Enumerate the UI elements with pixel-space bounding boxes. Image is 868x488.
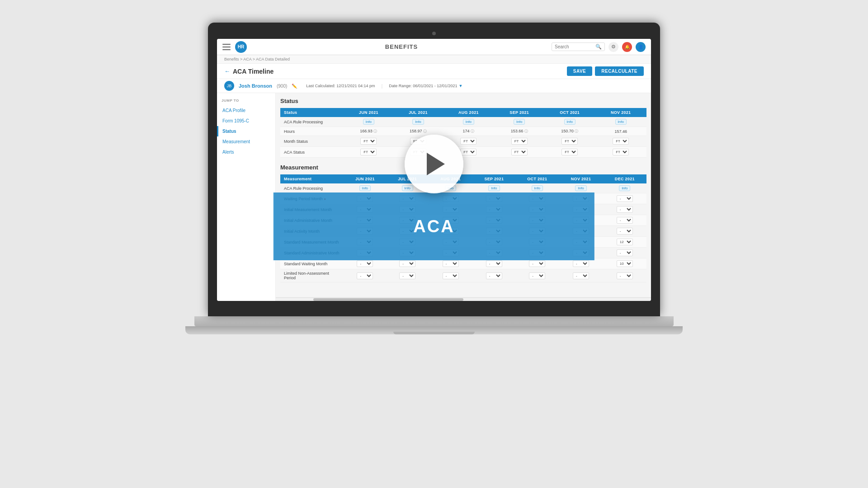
std-meas-select[interactable]: - (399, 239, 415, 245)
edit-user-icon[interactable]: ✏️ (292, 84, 297, 89)
hamburger-menu[interactable] (222, 44, 231, 50)
std-admin-select[interactable]: - (529, 249, 545, 256)
settings-icon[interactable]: ⚙ (609, 42, 618, 52)
init-meas-select[interactable]: - (443, 206, 459, 213)
lna-select[interactable]: - (486, 272, 502, 279)
sidebar-item-status[interactable]: Status (217, 126, 275, 136)
std-waiting-select[interactable]: - (486, 260, 502, 267)
lna-select[interactable]: - (617, 272, 633, 279)
horizontal-scrollbar[interactable] (276, 297, 651, 301)
init-meas-select[interactable]: - (486, 206, 502, 213)
waiting-period-select[interactable]: - (573, 195, 589, 202)
std-meas-select[interactable]: - (443, 239, 459, 245)
info-badge[interactable]: Info (615, 119, 627, 125)
info-badge[interactable]: Info (575, 185, 586, 191)
info-badge[interactable]: Info (619, 185, 630, 191)
init-activity-select[interactable]: - (617, 228, 633, 235)
std-meas-select[interactable]: - (486, 239, 502, 245)
std-admin-select[interactable]: - (399, 249, 415, 256)
save-button[interactable]: SAVE (567, 66, 593, 76)
month-status-select[interactable]: FT (460, 138, 476, 145)
std-admin-select[interactable]: - (443, 249, 459, 256)
search-icon[interactable]: 🔍 (595, 44, 602, 50)
content-area[interactable]: Status Status JUN 2021 JUL 2021 AUG 2021… (276, 93, 651, 301)
scrollbar-thumb[interactable] (313, 298, 463, 301)
sidebar-item-form-1095c[interactable]: Form 1095-C (217, 116, 275, 126)
info-badge[interactable]: Info (412, 119, 424, 125)
aca-status-select[interactable]: FT (460, 149, 476, 155)
waiting-period-select[interactable]: - (617, 195, 633, 202)
std-meas-select[interactable]: 12 (617, 239, 633, 245)
lna-select[interactable]: - (443, 272, 459, 279)
std-waiting-select[interactable]: - (443, 260, 459, 267)
init-activity-select[interactable]: - (357, 228, 373, 235)
init-activity-select[interactable]: - (529, 228, 545, 235)
init-admin-select[interactable]: - (486, 217, 502, 224)
info-badge[interactable]: Info (359, 185, 371, 191)
init-activity-select[interactable]: - (443, 228, 459, 235)
lna-select[interactable]: - (357, 272, 373, 279)
lna-select[interactable]: - (529, 272, 545, 279)
search-input[interactable] (555, 44, 595, 49)
init-activity-select[interactable]: - (573, 228, 589, 235)
init-activity-select[interactable]: - (399, 228, 415, 235)
sidebar-item-aca-profile[interactable]: ACA Profile (217, 105, 275, 116)
waiting-period-select[interactable]: - (399, 195, 415, 202)
info-badge[interactable]: Info (402, 185, 413, 191)
info-circle-icon[interactable]: ⓘ (471, 129, 474, 133)
sidebar-item-alerts[interactable]: Alerts (217, 147, 275, 157)
recalculate-button[interactable]: RECALCULATE (595, 66, 644, 76)
init-meas-select[interactable]: - (573, 206, 589, 213)
info-badge[interactable]: Info (363, 119, 374, 125)
std-meas-select[interactable]: - (357, 239, 373, 245)
info-circle-icon[interactable]: ⓘ (575, 129, 578, 133)
aca-status-select[interactable]: FT (360, 149, 377, 155)
std-waiting-select[interactable]: - (573, 260, 589, 267)
std-meas-select[interactable]: - (529, 239, 545, 245)
init-admin-select[interactable]: - (617, 217, 633, 224)
std-waiting-select[interactable]: 10 (617, 260, 633, 267)
back-arrow-icon[interactable]: ← (224, 68, 230, 75)
init-admin-select[interactable]: - (573, 217, 589, 224)
waiting-period-select[interactable]: - (357, 195, 373, 202)
std-admin-select[interactable]: - (617, 249, 633, 256)
std-admin-select[interactable]: - (486, 249, 502, 256)
std-waiting-select[interactable]: - (357, 260, 373, 267)
init-admin-select[interactable]: - (529, 217, 545, 224)
month-status-select[interactable]: FT (511, 138, 528, 145)
init-meas-select[interactable]: - (357, 206, 373, 213)
waiting-period-select[interactable]: - (486, 195, 502, 202)
info-badge[interactable]: Info (564, 119, 576, 125)
info-badge[interactable]: Info (488, 185, 500, 191)
lna-select[interactable]: - (399, 272, 415, 279)
info-badge[interactable]: Info (532, 185, 543, 191)
waiting-period-select[interactable]: - (529, 195, 545, 202)
user-profile-icon[interactable]: 👤 (636, 42, 646, 52)
sidebar-item-measurement[interactable]: Measurement (217, 136, 275, 147)
init-activity-select[interactable]: - (486, 228, 502, 235)
date-range-dropdown-icon[interactable]: ▼ (458, 84, 462, 88)
notifications-icon[interactable]: 🔔 (622, 42, 632, 52)
info-circle-icon[interactable]: ⓘ (373, 129, 377, 133)
month-status-select[interactable]: FT (613, 138, 629, 145)
std-admin-select[interactable]: - (573, 249, 589, 256)
init-meas-select[interactable]: - (399, 206, 415, 213)
aca-status-select[interactable]: FT (511, 149, 528, 155)
init-meas-select[interactable]: - (617, 206, 633, 213)
waiting-period-select[interactable]: - (443, 195, 459, 202)
init-admin-select[interactable]: - (443, 217, 459, 224)
init-meas-select[interactable]: - (529, 206, 545, 213)
play-button[interactable] (405, 135, 463, 193)
aca-status-select[interactable]: FT (613, 149, 629, 155)
std-admin-select[interactable]: - (357, 249, 373, 256)
aca-status-select[interactable]: FT (561, 149, 578, 155)
std-waiting-select[interactable]: - (399, 260, 415, 267)
info-badge[interactable]: Info (514, 119, 525, 125)
month-status-select[interactable]: FT (561, 138, 578, 145)
lna-select[interactable]: - (573, 272, 589, 279)
info-circle-icon[interactable]: ⓘ (524, 129, 528, 133)
init-admin-select[interactable]: - (399, 217, 415, 224)
info-badge[interactable]: Info (463, 119, 474, 125)
info-circle-icon[interactable]: ⓘ (423, 129, 427, 133)
std-waiting-select[interactable]: - (529, 260, 545, 267)
